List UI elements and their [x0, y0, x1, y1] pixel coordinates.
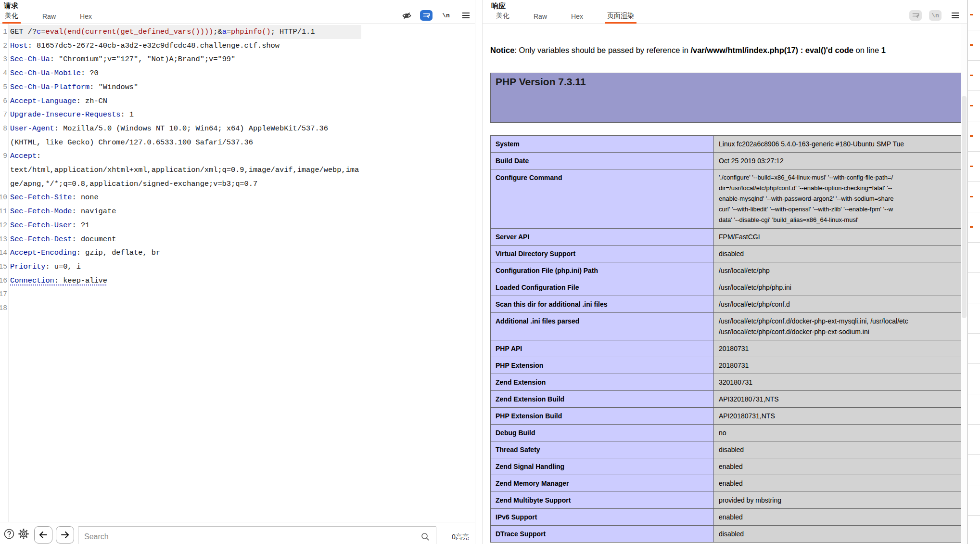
request-line[interactable]: 7Upgrade-Insecure-Requests: 1 — [0, 108, 475, 122]
phpinfo-row-value: './configure' '--build=x86_64-linux-musl… — [714, 169, 967, 229]
background-window-sliver — [967, 0, 980, 544]
highlight-count-label: 0高亮 — [452, 526, 469, 544]
phpinfo-row: Zend Extension320180731 — [491, 374, 967, 391]
line-number: 11 — [0, 205, 7, 219]
app-window: 请求 美化RawHex — [0, 0, 980, 544]
response-panel-header: 响应 美化RawHex页面渲染 \n — [483, 0, 967, 24]
response-tab-beautify[interactable]: 美化 — [496, 12, 509, 23]
phpinfo-table: SystemLinux fc202a6c8906 5.4.0-163-gener… — [490, 135, 967, 543]
request-tab-hex[interactable]: Hex — [80, 13, 92, 23]
phpinfo-row-label: Virtual Directory Support — [491, 246, 714, 262]
request-line-code: Connection: keep-alive — [8, 274, 361, 288]
phpinfo-row: Additional .ini files parsed/usr/local/e… — [491, 313, 967, 340]
request-line[interactable]: 9Accept: text/html,application/xhtml+xml… — [0, 149, 475, 191]
request-line[interactable]: 2Host: 81657dc5-2672-40cb-a3d2-e32c9dfcd… — [0, 39, 475, 53]
request-line[interactable]: 5Sec-Ch-Ua-Platform: "Windows" — [0, 80, 475, 94]
phpinfo-row-label: Zend Extension — [491, 374, 714, 391]
newline-char-icon[interactable]: \n — [440, 10, 452, 21]
menu-icon[interactable] — [949, 10, 961, 21]
phpinfo-row-value: 320180731 — [714, 374, 967, 391]
phpinfo-row: PHP API20180731 — [491, 340, 967, 357]
response-tab-raw[interactable]: Raw — [534, 13, 547, 23]
line-number: 16 — [0, 274, 7, 288]
phpinfo-row-value: Oct 25 2019 03:27:12 — [714, 153, 967, 169]
request-line-code: Accept-Language: zh-CN — [8, 94, 361, 108]
response-scrollbar[interactable] — [961, 24, 967, 544]
phpinfo-row: Build DateOct 25 2019 03:27:12 — [491, 153, 967, 169]
line-number: 6 — [0, 94, 7, 108]
request-tab-beautify[interactable]: 美化 — [5, 12, 18, 23]
phpinfo-row: PHP Extension BuildAPI20180731,NTS — [491, 408, 967, 425]
phpinfo-row: Loaded Configuration File/usr/local/etc/… — [491, 279, 967, 296]
phpinfo-row: DTrace Supportdisabled — [491, 526, 967, 543]
request-line[interactable]: 1GET /?c=eval(end(current(get_defined_va… — [0, 25, 475, 39]
word-wrap-icon[interactable] — [909, 10, 922, 21]
panel-splitter[interactable] — [475, 0, 483, 544]
request-line[interactable]: 15Priority: u=0, i — [0, 260, 475, 274]
phpinfo-row-value: Linux fc202a6c8906 5.4.0-163-generic #18… — [714, 136, 967, 153]
request-line[interactable]: 14Accept-Encoding: gzip, deflate, br — [0, 246, 475, 260]
response-scrollbar-thumb[interactable] — [962, 96, 967, 318]
request-tab-raw[interactable]: Raw — [42, 13, 56, 23]
phpinfo-row-value: /usr/local/etc/php/php.ini — [714, 279, 967, 296]
request-line[interactable]: 6Accept-Language: zh-CN — [0, 94, 475, 108]
phpinfo-row: Configure Command'./configure' '--build=… — [491, 169, 967, 229]
phpinfo-row-label: Configuration File (php.ini) Path — [491, 262, 714, 279]
page-render-area: Notice: Only variables should be passed … — [483, 24, 967, 544]
request-editor[interactable]: 1GET /?c=eval(end(current(get_defined_va… — [0, 24, 475, 522]
request-line[interactable]: 13Sec-Fetch-Dest: document — [0, 233, 475, 246]
request-line-code — [8, 301, 361, 315]
word-wrap-icon[interactable] — [420, 10, 433, 21]
help-icon[interactable] — [2, 526, 16, 542]
request-tabbar: 美化RawHex — [0, 12, 475, 24]
line-number: 10 — [0, 191, 7, 205]
phpinfo-row: PHP Extension20180731 — [491, 357, 967, 374]
search-toolbar: 0高亮 — [0, 522, 475, 544]
request-line[interactable]: 11Sec-Fetch-Mode: navigate — [0, 205, 475, 219]
phpinfo-row-label: System — [491, 136, 714, 153]
phpinfo-row: Thread Safetydisabled — [491, 441, 967, 458]
request-line[interactable]: 16Connection: keep-alive — [0, 274, 475, 288]
phpinfo-row-value: enabled — [714, 475, 967, 492]
line-number: 9 — [0, 149, 7, 163]
menu-icon[interactable] — [459, 10, 472, 21]
search-input[interactable] — [84, 532, 420, 541]
phpinfo-row-label: Loaded Configuration File — [491, 279, 714, 296]
line-number: 17 — [0, 287, 7, 301]
phpinfo-row-value: enabled — [714, 509, 967, 526]
line-number: 15 — [0, 260, 7, 274]
request-line-code: Sec-Ch-Ua-Mobile: ?0 — [8, 66, 361, 80]
phpinfo-row-value: disabled — [714, 246, 967, 262]
request-line[interactable]: 4Sec-Ch-Ua-Mobile: ?0 — [0, 66, 475, 80]
request-line-code: Sec-Fetch-Site: none — [8, 191, 361, 205]
line-number: 18 — [0, 301, 7, 315]
newline-char-icon[interactable]: \n — [929, 10, 942, 21]
line-number: 8 — [0, 122, 7, 136]
response-tab-hex[interactable]: Hex — [571, 13, 583, 23]
phpinfo-row-value: provided by mbstring — [714, 492, 967, 509]
request-panel-header: 请求 美化RawHex — [0, 0, 475, 24]
response-tab-page-render[interactable]: 页面渲染 — [607, 12, 634, 23]
phpinfo-row-value: disabled — [714, 441, 967, 458]
next-match-button[interactable] — [56, 526, 74, 544]
request-line[interactable]: 12Sec-Fetch-User: ?1 — [0, 219, 475, 233]
request-line[interactable]: 3Sec-Ch-Ua: "Chromium";v="127", "Not)A;B… — [0, 52, 475, 66]
settings-gear-icon[interactable] — [16, 526, 31, 542]
hide-preview-eye-off-icon[interactable] — [400, 10, 413, 21]
phpinfo-row-label: Configure Command — [491, 169, 714, 229]
request-line[interactable]: 17 — [0, 287, 475, 301]
line-number: 13 — [0, 233, 7, 246]
request-line[interactable]: 8User-Agent: Mozilla/5.0 (Windows NT 10.… — [0, 122, 475, 149]
prev-match-button[interactable] — [34, 526, 52, 544]
request-line[interactable]: 10Sec-Fetch-Site: none — [0, 191, 475, 205]
phpinfo-row-value: API20180731,NTS — [714, 408, 967, 425]
request-line[interactable]: 18 — [0, 301, 475, 315]
line-number: 4 — [0, 66, 7, 80]
phpinfo-row: Zend Multibyte Supportprovided by mbstri… — [491, 492, 967, 509]
phpinfo-row-label: IPv6 Support — [491, 509, 714, 526]
search-box — [78, 526, 436, 544]
request-line-code: Sec-Fetch-User: ?1 — [8, 219, 361, 233]
phpinfo-row: Virtual Directory Supportdisabled — [491, 246, 967, 262]
background-table-edge — [968, 0, 980, 544]
search-icon[interactable] — [420, 532, 430, 542]
